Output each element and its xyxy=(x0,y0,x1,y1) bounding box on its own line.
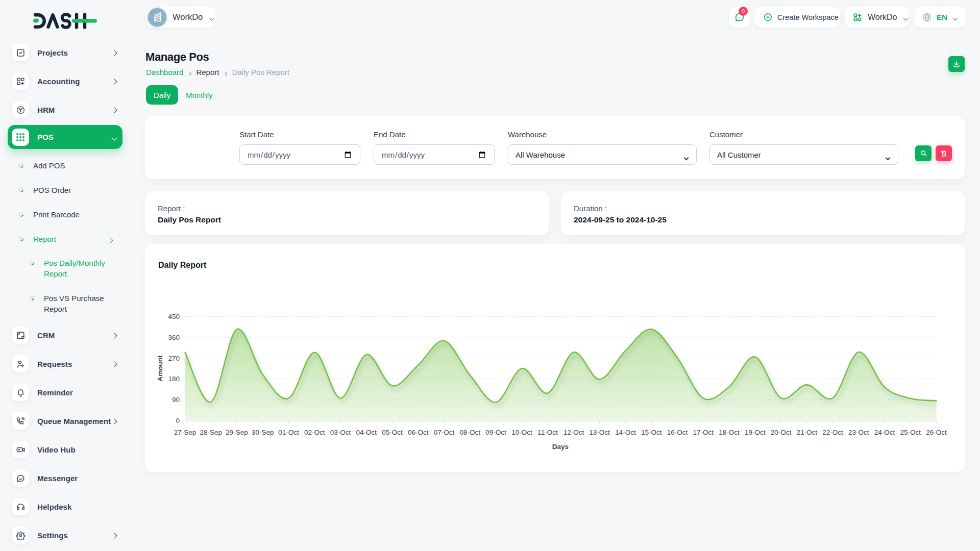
svg-text:16-Oct: 16-Oct xyxy=(667,429,688,436)
svg-text:28-Sep: 28-Sep xyxy=(200,429,223,436)
svg-text:18-Oct: 18-Oct xyxy=(719,429,740,436)
svg-text:Days: Days xyxy=(552,443,569,450)
svg-text:270: 270 xyxy=(168,355,180,362)
svg-text:30-Sep: 30-Sep xyxy=(252,429,274,436)
svg-text:23-Oct: 23-Oct xyxy=(848,429,869,436)
svg-text:09-Oct: 09-Oct xyxy=(485,429,506,436)
svg-text:01-Oct: 01-Oct xyxy=(278,429,299,436)
svg-text:17-Oct: 17-Oct xyxy=(693,429,714,436)
svg-text:21-Oct: 21-Oct xyxy=(796,429,817,436)
svg-text:12-Oct: 12-Oct xyxy=(564,429,584,436)
svg-text:03-Oct: 03-Oct xyxy=(330,429,351,436)
svg-text:14-Oct: 14-Oct xyxy=(615,429,636,436)
svg-text:0: 0 xyxy=(176,417,180,424)
svg-text:180: 180 xyxy=(168,375,180,383)
svg-text:29-Sep: 29-Sep xyxy=(226,429,248,436)
svg-text:450: 450 xyxy=(168,313,180,320)
svg-text:19-Oct: 19-Oct xyxy=(745,429,766,436)
svg-text:360: 360 xyxy=(168,334,180,341)
svg-text:27-Sep: 27-Sep xyxy=(174,429,197,436)
svg-text:20-Oct: 20-Oct xyxy=(771,429,792,436)
svg-text:90: 90 xyxy=(172,396,180,404)
svg-text:04-Oct: 04-Oct xyxy=(356,429,377,436)
svg-text:25-Oct: 25-Oct xyxy=(900,429,921,436)
svg-text:10-Oct: 10-Oct xyxy=(511,429,532,436)
svg-text:02-Oct: 02-Oct xyxy=(304,429,325,436)
svg-text:08-Oct: 08-Oct xyxy=(460,429,481,436)
svg-text:11-Oct: 11-Oct xyxy=(537,429,558,436)
svg-text:22-Oct: 22-Oct xyxy=(822,429,843,436)
svg-text:24-Oct: 24-Oct xyxy=(874,429,895,436)
svg-text:Amount: Amount xyxy=(156,355,164,381)
svg-text:26-Oct: 26-Oct xyxy=(926,429,947,436)
svg-text:13-Oct: 13-Oct xyxy=(589,429,610,436)
svg-text:05-Oct: 05-Oct xyxy=(382,429,403,436)
svg-text:07-Oct: 07-Oct xyxy=(434,429,455,436)
svg-text:06-Oct: 06-Oct xyxy=(408,429,429,436)
svg-text:15-Oct: 15-Oct xyxy=(641,429,662,436)
